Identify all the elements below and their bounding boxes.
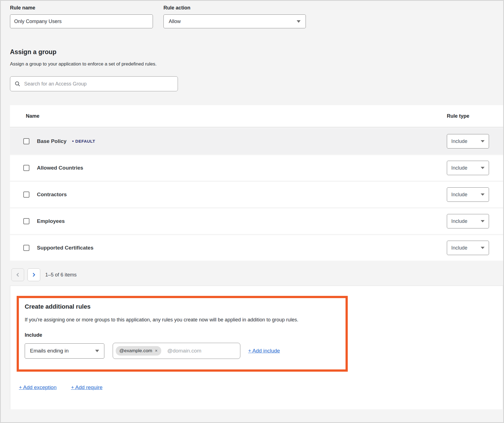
include-rule-row: Emails ending in @example.com × + Add in… bbox=[25, 343, 339, 359]
remove-tag-icon[interactable]: × bbox=[155, 349, 157, 353]
domain-input[interactable] bbox=[167, 348, 237, 354]
rule-name-label: Rule name bbox=[10, 5, 153, 11]
row-checkbox[interactable] bbox=[23, 245, 29, 251]
rule-type-value: Include bbox=[451, 245, 467, 251]
rule-form: Rule name Rule action Allow bbox=[10, 5, 494, 28]
chevron-down-icon bbox=[481, 140, 485, 142]
row-checkbox[interactable] bbox=[23, 218, 29, 224]
rule-action-value: Allow bbox=[169, 19, 181, 24]
add-include-link[interactable]: + Add include bbox=[248, 348, 280, 354]
rule-type-select[interactable]: Include bbox=[447, 187, 489, 202]
rule-type-select[interactable]: Include bbox=[447, 134, 489, 148]
rule-name-field-group: Rule name bbox=[10, 5, 153, 28]
previous-page-button[interactable] bbox=[11, 268, 24, 281]
group-name: Employees bbox=[37, 218, 65, 224]
email-domain-tag: @example.com × bbox=[116, 346, 161, 356]
table-header-row: Name Rule type bbox=[10, 105, 503, 127]
email-domain-input[interactable]: @example.com × bbox=[113, 343, 240, 359]
assign-group-description: Assign a group to your application to en… bbox=[10, 61, 494, 67]
condition-value: Emails ending in bbox=[30, 348, 69, 354]
row-checkbox[interactable] bbox=[23, 165, 29, 171]
highlighted-region: Create additional rules If you're assign… bbox=[17, 296, 348, 372]
search-icon bbox=[15, 81, 20, 87]
group-name: Contractors bbox=[37, 192, 67, 198]
chevron-down-icon bbox=[481, 193, 485, 196]
group-name: Base Policy bbox=[37, 138, 67, 144]
add-require-link[interactable]: + Add require bbox=[71, 384, 103, 391]
group-name: Allowed Countries bbox=[37, 165, 83, 171]
row-checkbox[interactable] bbox=[23, 192, 29, 198]
chevron-down-icon bbox=[481, 220, 485, 222]
rule-type-value: Include bbox=[451, 165, 467, 171]
group-name: Supported Certificates bbox=[37, 245, 94, 251]
row-checkbox[interactable] bbox=[23, 138, 29, 144]
column-header-name: Name bbox=[10, 113, 447, 119]
additional-rules-card: Create additional rules If you're assign… bbox=[10, 286, 503, 409]
next-page-button[interactable] bbox=[27, 268, 40, 281]
rule-type-select[interactable]: Include bbox=[447, 161, 489, 175]
create-additional-rules-heading: Create additional rules bbox=[25, 303, 339, 310]
chevron-down-icon bbox=[297, 20, 301, 23]
table-row: Supported Certificates Include bbox=[10, 234, 503, 261]
rule-type-value: Include bbox=[451, 139, 467, 144]
tag-label: @example.com bbox=[119, 348, 152, 354]
pagination-label: 1–5 of 6 items bbox=[45, 272, 77, 278]
page: Rule name Rule action Allow Assign a gro… bbox=[0, 0, 504, 423]
access-group-table: Name Rule type Base Policy DEFAULT Inclu… bbox=[10, 105, 503, 261]
column-header-rule-type: Rule type bbox=[447, 113, 503, 119]
rule-type-select[interactable]: Include bbox=[447, 214, 489, 228]
rule-action-label: Rule action bbox=[163, 5, 306, 11]
add-exception-link[interactable]: + Add exception bbox=[19, 384, 57, 391]
rule-action-select[interactable]: Allow bbox=[163, 14, 306, 28]
create-additional-rules-description: If you're assigning one or more groups t… bbox=[25, 317, 339, 323]
condition-select[interactable]: Emails ending in bbox=[25, 343, 104, 359]
access-group-search[interactable] bbox=[10, 76, 178, 91]
rule-action-field-group: Rule action Allow bbox=[163, 5, 306, 28]
search-input[interactable] bbox=[24, 81, 173, 87]
chevron-left-icon bbox=[16, 272, 19, 277]
chevron-down-icon bbox=[95, 350, 99, 352]
include-label: Include bbox=[25, 332, 339, 338]
rule-type-select[interactable]: Include bbox=[447, 241, 489, 255]
table-row: Employees Include bbox=[10, 207, 503, 234]
table-row: Allowed Countries Include bbox=[10, 154, 503, 181]
table-row: Contractors Include bbox=[10, 181, 503, 207]
chevron-right-icon bbox=[32, 272, 36, 277]
chevron-down-icon bbox=[481, 167, 485, 169]
rule-type-value: Include bbox=[451, 218, 467, 224]
chevron-down-icon bbox=[481, 247, 485, 249]
rule-type-value: Include bbox=[451, 192, 467, 198]
table-row: Base Policy DEFAULT Include bbox=[10, 127, 503, 154]
rule-name-input[interactable] bbox=[10, 14, 153, 28]
assign-group-heading: Assign a group bbox=[10, 48, 494, 56]
pagination: 1–5 of 6 items bbox=[11, 268, 494, 281]
rule-links-row: + Add exception + Add require bbox=[19, 384, 503, 391]
default-badge: DEFAULT bbox=[72, 139, 95, 144]
